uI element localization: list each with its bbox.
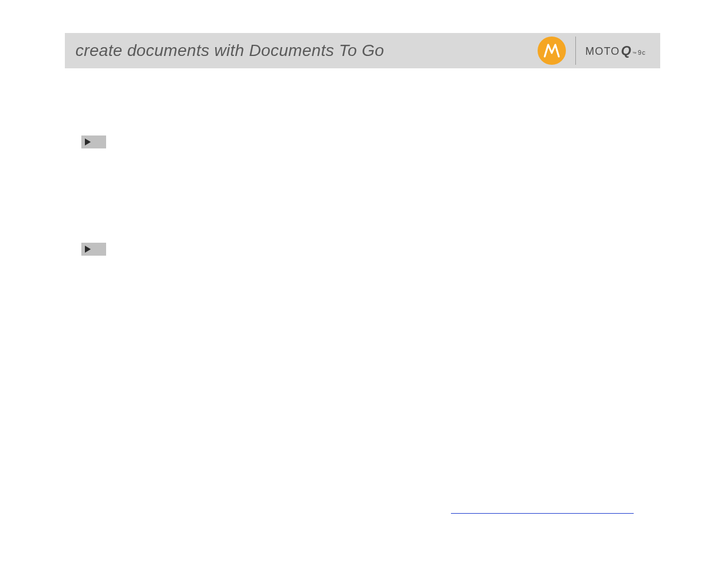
play-bullet-icon [81,243,106,256]
q-text: Q [621,43,631,58]
bullet-item [81,243,647,256]
page-title: create documents with Documents To Go [65,41,538,60]
moto-text: MOTO [585,45,620,58]
page-header: create documents with Documents To Go MO… [65,33,660,68]
svg-marker-1 [85,246,91,253]
svg-marker-0 [85,138,91,146]
header-divider [575,37,576,65]
motorola-logo-icon [538,37,566,65]
header-right: MOTO Q ™ 9c [538,33,660,68]
footer-link-underline[interactable] [451,505,634,514]
play-bullet-icon [81,135,106,148]
bullet-item [81,135,647,148]
moto-q-label: MOTO Q ™ 9c [585,43,646,58]
motorola-m-icon [542,41,561,60]
suffix-text: 9c [638,49,646,56]
content-area [81,135,647,350]
tm-text: ™ [633,51,637,55]
